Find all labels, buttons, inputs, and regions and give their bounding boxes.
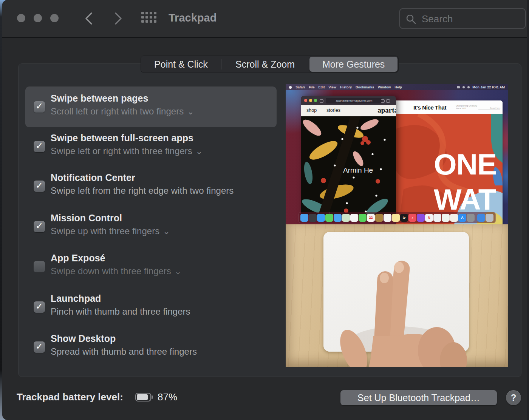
mini-menubar-clock: Mon Jan 22 9:41 AM bbox=[472, 85, 505, 89]
gesture-row-app-expos[interactable]: App ExposéSwipe down with three fingers⌄ bbox=[25, 246, 277, 287]
mini-zoom-icon bbox=[314, 99, 317, 102]
gesture-row-swipe-between-pages[interactable]: ✓Swipe between pagesScroll left or right… bbox=[25, 86, 277, 127]
show-all-preferences-icon[interactable] bbox=[141, 12, 156, 23]
mini-url-bar: apartamentomagazine.com bbox=[326, 98, 382, 103]
its-nice-that-logo: It's Nice That bbox=[413, 104, 446, 111]
appletv-icon: tv bbox=[400, 214, 408, 222]
checkbox-checked-swipe-between-pages[interactable]: ✓ bbox=[34, 101, 45, 113]
gesture-title: Mission Control bbox=[51, 212, 170, 224]
setup-bluetooth-trackpad-button[interactable]: Set Up Bluetooth Trackpad… bbox=[340, 390, 497, 405]
magazine-search-hint: Search for s bbox=[478, 107, 500, 110]
chevron-down-icon: ⌄ bbox=[187, 107, 194, 116]
music-icon: ♪ bbox=[408, 214, 416, 222]
gesture-subtitle: Pinch with thumb and three fingers bbox=[51, 306, 190, 318]
chevron-down-icon: ⌄ bbox=[196, 147, 203, 156]
zoom-window-icon[interactable] bbox=[50, 14, 59, 22]
appstore-icon: A bbox=[458, 214, 466, 222]
battery-percent: 87% bbox=[158, 391, 177, 403]
mini-menubar-items: SafariFileEditViewHistoryBookmarksWindow… bbox=[286, 85, 457, 89]
gesture-text: App ExposéSwipe down with three fingers⌄ bbox=[51, 252, 181, 278]
forward-icon[interactable] bbox=[111, 11, 125, 26]
page-title: Trackpad bbox=[169, 12, 217, 24]
gesture-row-swipe-between-full-screen-apps[interactable]: ✓Swipe between full-screen appsSwipe lef… bbox=[25, 126, 277, 167]
orange-artwork: ONE WAT bbox=[396, 114, 503, 224]
checkbox-checked-mission-control[interactable]: ✓ bbox=[34, 221, 45, 232]
gesture-option-popup[interactable]: Scroll left or right with two fingers⌄ bbox=[51, 105, 194, 118]
battery-icon bbox=[135, 393, 151, 401]
calendar-icon: 22 bbox=[367, 214, 375, 222]
apple-menu-icon bbox=[289, 86, 292, 89]
trash-icon bbox=[486, 214, 493, 222]
mini-magazine-header: It's Nice That Championing Creativity Si… bbox=[396, 100, 503, 114]
close-window-icon[interactable] bbox=[17, 14, 25, 22]
launchpad-icon bbox=[309, 214, 317, 222]
minimize-window-icon[interactable] bbox=[34, 14, 42, 22]
mini-menu-view: View bbox=[329, 85, 336, 89]
gesture-text: Mission ControlSwipe up with three finge… bbox=[51, 212, 170, 238]
maps-icon bbox=[342, 214, 350, 222]
mini-close-icon bbox=[304, 99, 307, 102]
tab-scroll-zoom[interactable]: Scroll & Zoom bbox=[221, 56, 309, 73]
magazine-headline: ONE WAT bbox=[434, 147, 497, 217]
checkbox-checked-show-desktop[interactable]: ✓ bbox=[34, 341, 45, 353]
gesture-subtitle-text: Swipe down with three fingers bbox=[51, 266, 171, 276]
trackpad-preferences-window: Trackpad Point & ClickScroll & ZoomMore … bbox=[2, 0, 529, 420]
gesture-subtitle-text: Swipe up with three fingers bbox=[51, 226, 159, 236]
search-field[interactable] bbox=[399, 8, 526, 29]
checkbox-checked-launchpad[interactable]: ✓ bbox=[34, 301, 45, 313]
gesture-title: Launchpad bbox=[51, 292, 190, 305]
mini-nav-shop: shop bbox=[306, 108, 317, 113]
battery-level-label: Trackpad battery level: bbox=[17, 391, 123, 403]
gesture-option-popup[interactable]: Swipe down with three fingers⌄ bbox=[51, 265, 181, 278]
gesture-title: Swipe between full-screen apps bbox=[51, 132, 203, 144]
gesture-row-mission-control[interactable]: ✓Mission ControlSwipe up with three fing… bbox=[25, 206, 277, 247]
gesture-demo-video: SafariFileEditViewHistoryBookmarksWindow… bbox=[286, 84, 508, 367]
keynote-icon bbox=[433, 214, 441, 222]
mini-nav-stories: stories bbox=[326, 108, 340, 113]
messages-icon bbox=[325, 214, 333, 222]
mini-minimize-icon bbox=[309, 99, 312, 102]
hand-two-fingers bbox=[286, 224, 508, 367]
botanical-artwork: Armin He bbox=[301, 116, 396, 215]
gesture-row-launchpad[interactable]: ✓LaunchpadPinch with thumb and three fin… bbox=[25, 287, 277, 327]
gesture-option-popup[interactable]: Swipe up with three fingers⌄ bbox=[51, 225, 170, 238]
gesture-title: Swipe between pages bbox=[51, 92, 194, 105]
checkmark-icon: ✓ bbox=[34, 100, 45, 112]
checkbox-checked-notification-center[interactable]: ✓ bbox=[34, 181, 45, 192]
back-icon[interactable] bbox=[82, 11, 96, 26]
news-icon: N bbox=[425, 214, 433, 222]
mini-window-its-nice-that: It's Nice That Championing Creativity Si… bbox=[396, 100, 503, 224]
mini-screenshot: SafariFileEditViewHistoryBookmarksWindow… bbox=[286, 84, 508, 224]
checkmark-icon: ✓ bbox=[34, 220, 45, 232]
mail-icon bbox=[334, 214, 342, 222]
contacts-icon bbox=[375, 214, 383, 222]
search-input[interactable] bbox=[421, 11, 521, 27]
gesture-text: Notification CenterSwipe left from the r… bbox=[51, 171, 234, 197]
finder-icon bbox=[300, 214, 308, 222]
gesture-subtitle: Spread with thumb and three fingers bbox=[51, 346, 197, 358]
help-button[interactable]: ? bbox=[506, 390, 521, 405]
mini-site-masthead: aparta bbox=[377, 106, 396, 114]
gesture-title: Show Desktop bbox=[51, 332, 197, 345]
calendar-icon-label: 22 bbox=[369, 216, 373, 219]
dock-divider bbox=[476, 213, 476, 222]
gesture-tabbar: Point & ClickScroll & ZoomMore Gestures bbox=[141, 56, 399, 73]
trackpad-demo-photo bbox=[286, 224, 508, 367]
podcasts-icon bbox=[417, 214, 425, 222]
gesture-option-popup[interactable]: Swipe left or right with three fingers⌄ bbox=[51, 145, 203, 158]
checkbox-checked-swipe-between-full-screen-apps[interactable]: ✓ bbox=[34, 141, 45, 152]
checkmark-icon: ✓ bbox=[34, 140, 45, 151]
gesture-row-show-desktop[interactable]: ✓Show DesktopSpread with thumb and three… bbox=[25, 327, 277, 368]
tab-point-click[interactable]: Point & Click bbox=[141, 56, 221, 73]
checkbox-unchecked-app-expos[interactable] bbox=[34, 261, 45, 272]
mini-safari-header: apartamentomagazine.com bbox=[301, 96, 396, 105]
mini-share-icon bbox=[381, 99, 385, 103]
reminders-icon bbox=[384, 214, 391, 222]
gesture-subtitle-text: Scroll left or right with two fingers bbox=[51, 106, 184, 116]
mini-sidebar-icon bbox=[320, 99, 323, 103]
gestures-panel: ✓Swipe between pagesScroll left or right… bbox=[18, 63, 521, 377]
gesture-row-notification-center[interactable]: ✓Notification CenterSwipe left from the … bbox=[25, 166, 277, 207]
tab-more-gestures[interactable]: More Gestures bbox=[309, 57, 398, 72]
photos-icon bbox=[350, 214, 358, 222]
appletv-icon-label: tv bbox=[402, 216, 405, 219]
